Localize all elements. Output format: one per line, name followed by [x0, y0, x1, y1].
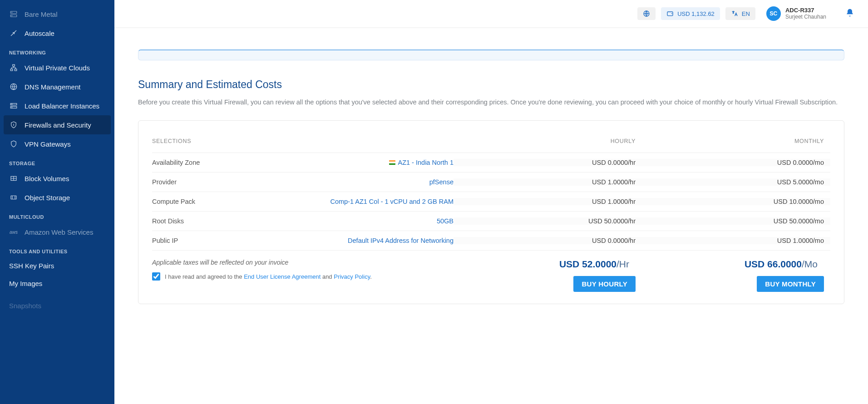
- translate-icon: [731, 10, 738, 17]
- globe-icon: [643, 10, 650, 17]
- sidebar-item-vpn[interactable]: VPN Gateways: [0, 134, 114, 153]
- svg-rect-5: [10, 69, 13, 71]
- head-hourly: HOURLY: [454, 138, 642, 144]
- row-label: Public IP: [152, 237, 178, 244]
- row-label: Compute Pack: [152, 198, 195, 205]
- row-label: Root Disks: [152, 217, 184, 225]
- sidebar-item-my-images[interactable]: My Images: [0, 275, 114, 292]
- user-menu[interactable]: SC ADC-R337 Surjeet Chauhan: [766, 6, 826, 21]
- row-label: Availability Zone: [152, 159, 200, 166]
- content: Summary and Estimated Costs Before you c…: [114, 49, 868, 331]
- sidebar-item-label: Snapshots: [9, 302, 41, 310]
- sidebar-item-label: Autoscale: [25, 30, 54, 37]
- svg-rect-8: [10, 103, 17, 105]
- total-hourly: USD 52.0000/Hr: [454, 259, 636, 270]
- summary-row: Public IP Default IPv4 Address for Netwo…: [152, 231, 830, 250]
- svg-point-3: [12, 15, 12, 16]
- sidebar-item-aws[interactable]: aws Amazon Web Services: [0, 222, 114, 241]
- svg-rect-11: [11, 196, 16, 199]
- row-monthly: USD 1.0000/mo: [642, 237, 830, 244]
- tax-note: Applicable taxes will be reflected on yo…: [152, 259, 454, 266]
- total-monthly: USD 66.0000/Mo: [642, 259, 824, 270]
- svg-rect-9: [10, 107, 17, 108]
- block-icon: [9, 174, 18, 183]
- agree-checkbox[interactable]: [152, 272, 160, 281]
- summary-card: SELECTIONS HOURLY MONTHLY Availability Z…: [138, 120, 844, 304]
- scale-icon: [9, 29, 18, 38]
- row-value: 50GB: [437, 217, 454, 225]
- row-label: Provider: [152, 178, 177, 186]
- balance-value: USD 1,132.62: [677, 10, 715, 17]
- sidebar-item-label: Firewalls and Security: [25, 121, 91, 129]
- sidebar-item-lb[interactable]: Load Balancer Instances: [0, 96, 114, 115]
- sidebar-item-dns[interactable]: DNS Management: [0, 77, 114, 96]
- row-monthly: USD 10.0000/mo: [642, 198, 830, 205]
- row-monthly: USD 0.0000/mo: [642, 159, 830, 166]
- sidebar-section-tools: TOOLS AND UTILITIES: [0, 241, 114, 257]
- summary-row: Root Disks 50GB USD 50.0000/hr USD 50.00…: [152, 211, 830, 231]
- load-balancer-icon: [9, 101, 18, 110]
- summary-header: SELECTIONS HOURLY MONTHLY: [152, 134, 830, 153]
- row-monthly: USD 50.0000/mo: [642, 217, 830, 225]
- balance-chip[interactable]: USD 1,132.62: [661, 7, 720, 20]
- india-flag-icon: [389, 160, 395, 165]
- sidebar-item-label: Block Volumes: [25, 175, 69, 182]
- sidebar: Bare Metal Autoscale NETWORKING Virtual …: [0, 0, 114, 404]
- sidebar-item-ssh-keys[interactable]: SSH Key Pairs: [0, 257, 114, 275]
- summary-row: Provider pfSense USD 1.0000/hr USD 5.000…: [152, 172, 830, 192]
- head-selections: SELECTIONS: [152, 138, 454, 144]
- section-desc: Before you create this Virtual Firewall,…: [138, 97, 844, 108]
- sidebar-item-label: Bare Metal: [25, 10, 58, 18]
- shield-icon: [9, 139, 18, 148]
- network-icon: [9, 63, 18, 72]
- sidebar-section-storage: STORAGE: [0, 153, 114, 169]
- avatar: SC: [766, 6, 781, 21]
- sidebar-item-label: DNS Management: [25, 83, 80, 91]
- sidebar-item-firewalls[interactable]: Firewalls and Security: [4, 115, 111, 134]
- user-name: Surjeet Chauhan: [785, 14, 826, 20]
- row-hourly: USD 0.0000/hr: [454, 237, 642, 244]
- firewall-icon: [9, 120, 18, 129]
- aws-icon: aws: [9, 227, 18, 236]
- sidebar-item-object-storage[interactable]: Object Storage: [0, 188, 114, 207]
- row-hourly: USD 50.0000/hr: [454, 217, 642, 225]
- language-switcher[interactable]: EN: [725, 7, 755, 20]
- summary-footer: Applicable taxes will be reflected on yo…: [152, 250, 830, 292]
- svg-point-2: [12, 12, 12, 13]
- topbar: USD 1,132.62 EN SC ADC-R337 Surjeet Chau…: [114, 0, 868, 28]
- summary-row: Compute Pack Comp-1 AZ1 Col - 1 vCPU and…: [152, 192, 830, 211]
- section-title: Summary and Estimated Costs: [138, 79, 844, 91]
- sidebar-section-multicloud: MULTICLOUD: [0, 207, 114, 222]
- row-value: Default IPv4 Address for Networking: [348, 237, 454, 244]
- globe-icon: [9, 82, 18, 91]
- svg-rect-4: [13, 64, 15, 66]
- row-value: Comp-1 AZ1 Col - 1 vCPU and 2 GB RAM: [330, 198, 454, 205]
- row-hourly: USD 1.0000/hr: [454, 198, 642, 205]
- sidebar-item-bare-metal[interactable]: Bare Metal: [0, 5, 114, 24]
- agree-row[interactable]: I have read and agreed to the End User L…: [152, 272, 454, 281]
- sidebar-item-snapshots[interactable]: Snapshots: [0, 297, 114, 315]
- sidebar-item-label: My Images: [9, 280, 42, 287]
- sidebar-item-label: Amazon Web Services: [25, 228, 93, 236]
- row-hourly: USD 0.0000/hr: [454, 159, 642, 166]
- sidebar-item-label: Load Balancer Instances: [25, 102, 99, 110]
- sidebar-section-networking: NETWORKING: [0, 43, 114, 58]
- region-switcher[interactable]: [637, 7, 656, 20]
- row-hourly: USD 1.0000/hr: [454, 178, 642, 186]
- svg-rect-6: [15, 69, 17, 71]
- sidebar-item-block-volumes[interactable]: Block Volumes: [0, 169, 114, 188]
- sidebar-item-autoscale[interactable]: Autoscale: [0, 24, 114, 43]
- row-value: AZ1 - India North 1: [389, 159, 454, 166]
- buy-hourly-button[interactable]: BUY HOURLY: [573, 276, 636, 292]
- sidebar-item-vpc[interactable]: Virtual Private Clouds: [0, 58, 114, 77]
- head-monthly: MONTHLY: [642, 138, 830, 144]
- notice-card: [138, 49, 844, 60]
- privacy-link[interactable]: Privacy Policy: [334, 273, 370, 280]
- sidebar-item-label: Virtual Private Clouds: [25, 64, 90, 72]
- row-value: pfSense: [429, 178, 454, 186]
- eula-link[interactable]: End User License Agreement: [244, 273, 321, 280]
- summary-row: Availability Zone AZ1 - India North 1 US…: [152, 153, 830, 172]
- sidebar-item-label: VPN Gateways: [25, 140, 71, 148]
- notifications-button[interactable]: [845, 8, 854, 19]
- buy-monthly-button[interactable]: BUY MONTHLY: [757, 276, 824, 292]
